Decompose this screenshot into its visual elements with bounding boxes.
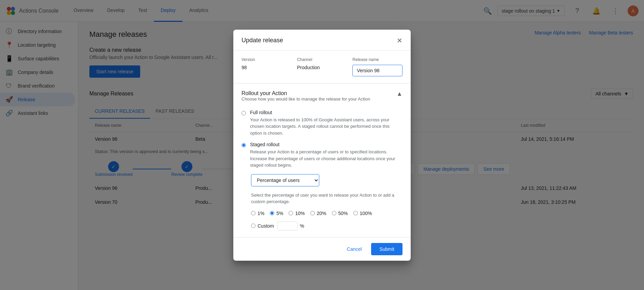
modal-overlay[interactable]: Update release ✕ Version 98 Channel Prod… [0,0,644,290]
pct-5-radio[interactable] [270,211,274,215]
full-rollout-radio[interactable] [241,110,246,116]
staged-rollout-desc: Release your Action to a percentage of u… [250,149,402,169]
modal-version-grid: Version 98 Channel Production Release na… [241,57,402,76]
staged-rollout-option: Staged rollout Release your Action to a … [241,142,402,169]
full-rollout-desc: Your Action is released to 100% of Googl… [250,117,402,137]
rollout-header: Rollout your Action Choose how you would… [241,90,402,108]
pct-50-text: 50% [338,211,348,216]
pct-10-label[interactable]: 10% [289,211,305,216]
pct-20-radio[interactable] [310,211,315,215]
pct-custom-label[interactable]: Custom % [251,222,304,230]
pct-1-label[interactable]: 1% [251,211,264,216]
staged-rollout-title: Staged rollout [250,142,402,147]
pct-5-text: 5% [276,211,283,216]
modal-version-section: Version 98 Channel Production Release na… [233,50,411,83]
release-name-input[interactable] [352,65,402,76]
submit-button[interactable]: Submit [371,243,402,255]
version-value: 98 [241,65,292,70]
full-rollout-text: Full rollout Your Action is released to … [250,110,402,137]
pct-50-label[interactable]: 50% [332,211,348,216]
pct-1-radio[interactable] [251,211,255,215]
rollout-title: Rollout your Action [241,90,370,96]
release-name-header: Release name [352,57,402,62]
pct-100-radio[interactable] [353,211,358,215]
channel-value: Production [297,65,347,70]
percentage-options: 1% 5% 10% 20% 50% 100% [251,211,402,230]
modal-footer: Cancel Submit [233,237,411,261]
full-rollout-label[interactable]: Full rollout Your Action is released to … [241,110,402,137]
modal-close-button[interactable]: ✕ [397,36,402,45]
pct-100-text: 100% [360,211,372,216]
rollout-title-desc: Rollout your Action Choose how you would… [241,90,370,108]
pct-10-radio[interactable] [289,211,293,215]
pct-custom-radio[interactable] [251,224,255,228]
channel-header: Channel [297,57,347,62]
version-column: Version 98 [241,57,292,76]
staged-options: Percentage of users Specific locations S… [241,174,402,230]
pct-20-label[interactable]: 20% [310,211,326,216]
collapse-icon[interactable]: ▲ [396,90,402,97]
rollout-desc: Choose how you would like to manage the … [241,96,370,102]
pct-10-text: 10% [295,211,305,216]
modal-title: Update release [241,37,283,44]
percentage-desc: Select the percentage of user you want t… [251,192,402,205]
pct-50-radio[interactable] [332,211,336,215]
pct-20-text: 20% [317,211,326,216]
modal-rollout-section: Rollout your Action Choose how you would… [233,83,411,237]
modal-header: Update release ✕ [233,30,411,50]
percent-symbol: % [300,223,304,229]
custom-pct-input[interactable] [277,222,298,230]
pct-5-label[interactable]: 5% [270,211,283,216]
version-header: Version [241,57,292,62]
cancel-button[interactable]: Cancel [341,243,367,255]
pct-custom-text: Custom [258,223,274,229]
pct-100-label[interactable]: 100% [353,211,372,216]
channel-column: Channel Production [297,57,347,76]
release-name-column: Release name [352,57,402,76]
full-rollout-option: Full rollout Your Action is released to … [241,110,402,137]
staged-type-dropdown[interactable]: Percentage of users Specific locations [251,174,319,186]
modal: Update release ✕ Version 98 Channel Prod… [233,30,411,261]
staged-rollout-radio[interactable] [241,142,246,148]
full-rollout-title: Full rollout [250,110,402,115]
pct-1-text: 1% [258,211,264,216]
staged-rollout-text: Staged rollout Release your Action to a … [250,142,402,169]
staged-rollout-label[interactable]: Staged rollout Release your Action to a … [241,142,402,169]
